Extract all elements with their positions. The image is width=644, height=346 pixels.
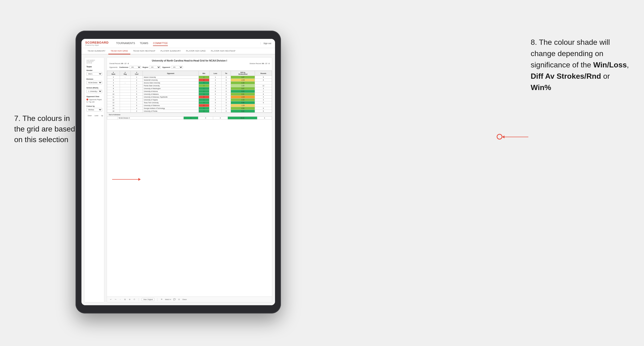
opponents-played-label: Opponents Played xyxy=(89,99,102,100)
sign-out-link[interactable]: Sign out xyxy=(260,42,271,44)
share-label[interactable]: Share xyxy=(182,299,187,300)
col-diff: Diff AvStrokes/Rnd xyxy=(231,71,255,76)
top100-radio[interactable]: Top 100 xyxy=(86,101,102,103)
cell-win: 0 xyxy=(198,79,209,82)
cell-tie: 0 xyxy=(222,76,231,79)
cell-diff: 2.61 xyxy=(231,93,255,96)
table-row: 8 2 University of Washington 1 0 0 3.67 … xyxy=(107,87,272,90)
opponents-played-radio[interactable]: Opponents Played xyxy=(86,99,102,100)
od-name: NCAA Division II xyxy=(118,117,184,120)
zoom-icon[interactable]: ⊕ xyxy=(128,298,131,301)
cell-conf: 2 xyxy=(130,87,142,90)
cell-loss: 0 xyxy=(209,87,222,90)
cell-loss: 4 xyxy=(209,79,222,82)
cell-loss: 1 xyxy=(209,82,222,84)
col-rank: #Rank xyxy=(107,71,120,76)
watch-icon[interactable]: 👁 xyxy=(160,298,163,301)
cell-diff: 3.67 xyxy=(231,87,255,90)
school-select[interactable]: 1. University of Nort... xyxy=(86,90,102,93)
tab-player-summary[interactable]: PLAYER SUMMARY xyxy=(158,48,183,54)
cell-tie: 0 xyxy=(222,101,231,104)
redo-icon[interactable]: ↪ xyxy=(114,298,117,301)
region-filter-select[interactable]: (All) xyxy=(149,66,161,69)
opponent-filter-label: Opponent xyxy=(162,66,170,68)
conference-filter-select[interactable]: (All) xyxy=(129,66,141,69)
table-row: 2 - 1 Auburn University 2 1 0 1.67 9 xyxy=(107,76,272,79)
cell-win: 3 xyxy=(198,93,209,96)
annotation-right: 8. The colour shade will change dependin… xyxy=(531,36,630,93)
legend-down-label: Down xyxy=(88,115,92,116)
left-panel: Last Updated: 27/03/202416:55:38 Team Ge… xyxy=(84,57,104,302)
cell-reg xyxy=(120,93,130,96)
cell-opponent: Auburn University xyxy=(142,76,198,79)
tab-team-summary[interactable]: TEAM SUMMARY xyxy=(85,48,108,54)
od-rounds: 3 xyxy=(257,117,272,120)
cell-diff: 1.67 xyxy=(231,76,255,79)
cell-reg: - xyxy=(120,82,130,84)
cell-conf: 2 xyxy=(130,84,142,87)
cell-tie: 0 xyxy=(222,104,231,107)
cell-rank: 8 xyxy=(107,87,120,90)
cell-rounds: 2 xyxy=(255,90,272,93)
opponent-filter-group: Opponent (All) xyxy=(162,66,183,69)
cell-rank: 16 xyxy=(107,110,120,113)
tab-player-h2h-grid[interactable]: PLAYER H2H GRID xyxy=(184,48,208,54)
od-loss: 0 xyxy=(198,117,213,120)
fit-icon[interactable]: ⊞ xyxy=(124,298,126,301)
cell-rank: 14 xyxy=(107,104,120,107)
gender-select[interactable]: Men's xyxy=(86,72,102,76)
nav-tournaments[interactable]: TOURNAMENTS xyxy=(116,41,135,46)
opponent-filter-select[interactable]: (All) xyxy=(171,66,183,69)
colour-by-label: Colour by xyxy=(86,105,102,107)
gender-label: Gender xyxy=(86,69,102,71)
od-spacer xyxy=(107,117,118,120)
cell-rounds: 9 xyxy=(255,110,272,113)
cell-loss: 1 xyxy=(209,76,222,79)
table-row: 3 2 Vanderbilt University 0 4 0 -2.29 8 xyxy=(107,79,272,82)
division-select[interactable]: NCAA Division I xyxy=(86,81,102,84)
col-rounds: Rounds xyxy=(255,71,272,76)
table-row: 9 1 University of Arizona 1 0 0 9.00 2 xyxy=(107,90,272,93)
tab-player-h2h-heatmap[interactable]: PLAYER H2H HEATMAP xyxy=(208,48,238,54)
cell-loss: 1 xyxy=(209,110,222,113)
arrow-left xyxy=(112,179,140,179)
cell-rounds xyxy=(255,104,272,107)
cell-rounds: 3 xyxy=(255,87,272,90)
watch-label[interactable]: Watch ▾ xyxy=(165,299,171,301)
grid-view-icon[interactable]: ⊟ xyxy=(178,298,180,301)
toolbar-sep2 xyxy=(157,298,158,301)
nav-committee[interactable]: COMMITTEE xyxy=(153,41,168,46)
clock-icon[interactable]: ⏱ xyxy=(133,298,136,301)
cell-opponent: University of Alabama xyxy=(142,93,198,96)
cell-diff: -4.33 xyxy=(231,96,255,99)
main-content: Last Updated: 27/03/202416:55:38 Team Ge… xyxy=(82,54,275,305)
col-tie: Tie xyxy=(222,71,231,76)
cell-conf: 4 xyxy=(130,107,142,110)
comment-icon[interactable]: 💬 xyxy=(173,298,176,301)
school-section: School (Rank) 1. University of Nort... xyxy=(86,87,102,93)
legend-level-label: Level xyxy=(95,115,98,116)
cell-loss: 0 xyxy=(209,101,222,104)
back-icon[interactable]: ‹ xyxy=(119,298,122,301)
division-label: Division xyxy=(86,78,102,80)
radio-dot-opponents-played xyxy=(86,99,88,100)
col-win: Win xyxy=(198,71,209,76)
cell-opponent: University of Oklahoma xyxy=(142,104,198,107)
view-original-btn[interactable]: View: Original xyxy=(142,298,154,301)
cell-rank: 9 xyxy=(107,90,120,93)
arrow-right xyxy=(502,137,528,137)
undo-icon[interactable]: ↩ xyxy=(109,298,112,301)
od-diff: 26.00 xyxy=(228,117,257,120)
cell-opponent: Georgia Institute of Technology xyxy=(142,107,198,110)
overall-record: Overall Record: 89 - 17 - 0 xyxy=(109,63,129,64)
nav-teams[interactable]: TEAMS xyxy=(140,41,148,46)
cell-opponent: University of Arkansas, Fayetteville xyxy=(142,96,198,99)
tab-team-h2h-grid[interactable]: TEAM H2H GRID xyxy=(108,48,130,54)
toolbar-sep xyxy=(138,298,139,301)
od-tie: 0 xyxy=(213,117,228,120)
cell-tie: 0 xyxy=(222,87,231,90)
tab-team-h2h-heatmap[interactable]: TEAM H2H HEATMAP xyxy=(131,48,158,54)
cell-opponent: University of Washington xyxy=(142,87,198,90)
cell-opponent: Vanderbilt University xyxy=(142,79,198,82)
colour-by-select[interactable]: Win/loss xyxy=(86,108,102,112)
